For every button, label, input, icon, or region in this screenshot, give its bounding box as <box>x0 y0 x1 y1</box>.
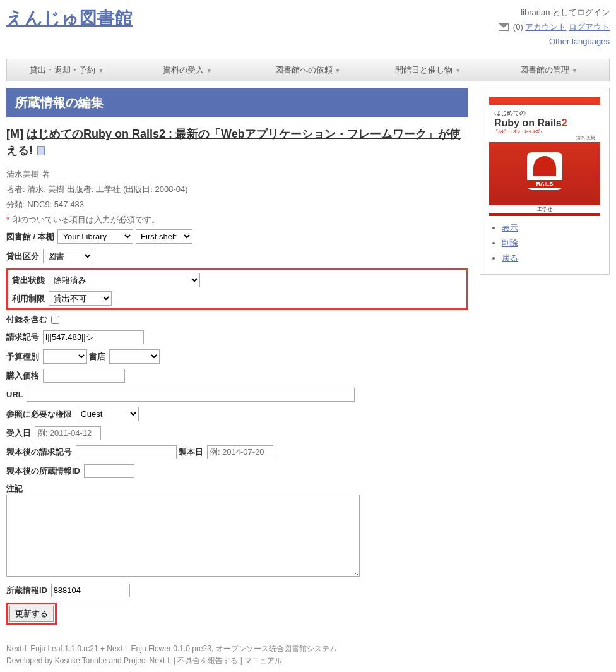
list-item: 表示 <box>502 222 600 234</box>
book-icon <box>37 146 45 155</box>
main-content: 所蔵情報の編集 [M] はじめてのRuby on Rails2 : 最新の「We… <box>6 88 468 630</box>
price-label: 購入価格 <box>6 371 39 380</box>
chevron-down-icon: ▼ <box>206 68 212 74</box>
chevron-down-icon: ▼ <box>455 68 461 74</box>
nav-checkout[interactable]: 貸出・返却・予約▼ <box>7 59 127 81</box>
role-label: 参照に必要な権限 <box>6 409 72 419</box>
sidebar-back-link[interactable]: 戻る <box>502 253 518 263</box>
supplements-checkbox[interactable] <box>51 316 59 324</box>
bookstore-label: 書店 <box>89 352 105 361</box>
sidebar-show-link[interactable]: 表示 <box>502 223 518 232</box>
circ-type-label: 貸出区分 <box>6 251 39 261</box>
mail-icon <box>499 23 509 31</box>
footer-project-link[interactable]: Project Next-L <box>124 656 172 665</box>
url-input[interactable] <box>27 388 355 402</box>
sidebar: はじめての Ruby on Rails2 「ルビー・オン・レイルズ」 清水 美樹… <box>480 88 610 275</box>
required-note: * 印のついている項目は入力が必須です。 <box>6 214 468 225</box>
book-cover: はじめての Ruby on Rails2 「ルビー・オン・レイルズ」 清水 美樹… <box>489 97 600 216</box>
logout-link[interactable]: ログアウト <box>569 22 610 32</box>
use-restriction-select[interactable]: 貸出不可 <box>49 291 112 306</box>
publisher-link[interactable]: 工学社 <box>96 184 121 194</box>
role-select[interactable]: Guest <box>76 407 139 421</box>
item-id-label: 所蔵情報ID <box>6 585 47 595</box>
book-title-link[interactable]: はじめてのRuby on Rails2 : 最新の「Webアプリケーション・フレ… <box>6 128 461 156</box>
list-item: 戻る <box>502 253 600 264</box>
logo-link[interactable]: えんじゅ図書館 <box>6 6 133 30</box>
circ-type-select[interactable]: 図書 <box>43 249 93 263</box>
binding-item-input[interactable] <box>84 464 134 478</box>
footer-developer-link[interactable]: Kosuke Tanabe <box>55 656 107 665</box>
list-item: 削除 <box>502 237 600 249</box>
author-statement: 清水美樹 著 <box>6 169 468 180</box>
nav-request[interactable]: 図書館への依頼▼ <box>248 59 369 81</box>
binding-call-input[interactable] <box>76 445 177 459</box>
library-shelf-label: 図書館 / 本棚 <box>6 232 54 241</box>
note-textarea[interactable] <box>6 495 360 577</box>
sidebar-delete-link[interactable]: 削除 <box>502 238 518 248</box>
shelf-select[interactable]: First shelf <box>136 229 192 244</box>
submit-highlight <box>6 603 57 625</box>
login-status: librarian としてログイン <box>499 6 610 20</box>
call-number-input[interactable] <box>43 330 144 344</box>
rails-logo-icon <box>527 152 562 190</box>
footer-manual-link[interactable]: マニュアル <box>244 656 282 665</box>
circ-status-select[interactable]: 除籍済み <box>49 273 200 287</box>
item-id-input[interactable] <box>51 584 130 597</box>
chevron-down-icon: ▼ <box>98 68 104 74</box>
acquired-input[interactable] <box>35 426 101 440</box>
price-input[interactable] <box>43 369 125 383</box>
chevron-down-icon: ▼ <box>335 68 341 74</box>
circ-status-label: 貸出状態 <box>12 275 45 285</box>
use-restriction-label: 利用制限 <box>12 294 45 303</box>
main-nav: 貸出・返却・予約▼ 資料の受入▼ 図書館への依頼▼ 開館日と催し物▼ 図書館の管… <box>6 59 610 81</box>
acquired-label: 受入日 <box>6 428 31 438</box>
budget-type-label: 予算種別 <box>6 352 39 361</box>
nav-acquisition[interactable]: 資料の受入▼ <box>127 59 248 81</box>
supplements-label: 付録を含む <box>6 315 47 324</box>
submit-button[interactable] <box>9 606 54 622</box>
nav-events[interactable]: 開館日と催し物▼ <box>368 59 489 81</box>
footer-report-link[interactable]: 不具合を報告する <box>177 656 238 665</box>
binding-call-label: 製本後の請求記号 <box>6 447 72 457</box>
creator-publisher: 著者: 清水, 美樹 出版者: 工学社 (出版日: 2008-04) <box>6 184 468 195</box>
chevron-down-icon: ▼ <box>572 68 578 74</box>
binded-at-label: 製本日 <box>179 447 203 457</box>
library-select[interactable]: Your Library <box>57 229 133 244</box>
classification: 分類: NDC9: 547.483 <box>6 199 468 210</box>
classification-link[interactable]: NDC9: 547.483 <box>27 200 84 209</box>
mail-count: (0) <box>513 22 523 32</box>
call-number-label: 請求記号 <box>6 332 39 342</box>
footer-leaf-link[interactable]: Next-L Enju Leaf 1.1.0.rc21 <box>6 644 98 653</box>
book-heading: [M] はじめてのRuby on Rails2 : 最新の「Webアプリケーショ… <box>6 126 468 158</box>
binding-item-label: 製本後の所蔵情報ID <box>6 466 80 476</box>
account-link[interactable]: アカウント <box>525 22 566 32</box>
nav-admin[interactable]: 図書館の管理▼ <box>489 59 609 81</box>
footer: Next-L Enju Leaf 1.1.0.rc21 + Next-L Enj… <box>6 643 610 667</box>
footer-flower-link[interactable]: Next-L Enju Flower 0.1.0.pre23 <box>107 644 211 653</box>
binded-at-input[interactable] <box>207 445 273 459</box>
highlighted-section: 貸出状態 除籍済み 利用制限 貸出不可 <box>6 268 468 310</box>
note-label: 注記 <box>6 483 467 495</box>
user-info: librarian としてログイン (0) アカウント ログアウト Other … <box>499 6 610 49</box>
url-label: URL <box>6 390 23 399</box>
language-link[interactable]: Other languages <box>549 37 610 46</box>
budget-type-select[interactable] <box>43 349 87 364</box>
bookstore-select[interactable] <box>109 349 160 364</box>
page-title: 所蔵情報の編集 <box>6 88 468 117</box>
author-link[interactable]: 清水, 美樹 <box>27 184 64 194</box>
format-prefix: [M] <box>6 128 23 140</box>
